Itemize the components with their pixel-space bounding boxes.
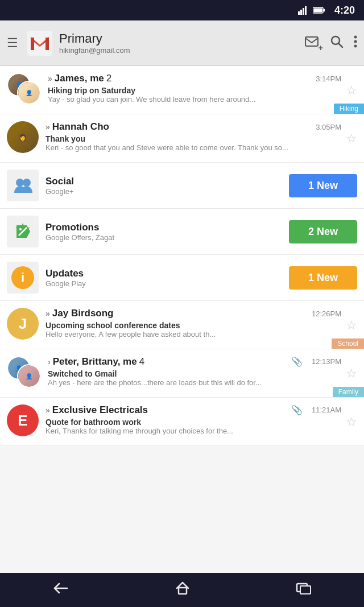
email-item-exclusive[interactable]: E » Exclusive Electricals 📎 11:21AM Quot… (0, 398, 364, 446)
page-title: Primary (59, 31, 298, 46)
compose-button[interactable]: + (305, 35, 320, 51)
email-preview-peter: Ah yes - here are the photos...there are… (48, 378, 341, 387)
promo-new-badge: 2 New (289, 220, 357, 243)
social-icon-wrap (7, 170, 39, 201)
svg-point-13 (354, 35, 357, 38)
social-new-badge: 1 New (289, 174, 357, 197)
promo-sub: Google Offers, Zagat (46, 233, 289, 242)
email-content-exclusive: » Exclusive Electricals 📎 11:21AM Quote … (46, 404, 341, 435)
label-hiking: Hiking (334, 104, 364, 114)
svg-line-12 (338, 43, 342, 47)
email-preview-hannah: Keri - so good that you and Steve were a… (46, 143, 341, 152)
header-actions: + (305, 35, 357, 52)
svg-rect-21 (179, 588, 187, 594)
social-name: Social (46, 176, 289, 187)
more-options-button[interactable] (354, 35, 357, 51)
svg-rect-9 (46, 38, 49, 50)
attachment-icon-exclusive: 📎 (291, 404, 303, 415)
social-icon (13, 177, 32, 194)
status-icons: 4:20 (298, 5, 355, 16)
svg-rect-8 (31, 38, 34, 50)
updates-sub: Google Play (46, 279, 289, 288)
svg-rect-3 (305, 6, 307, 15)
email-item-jay[interactable]: J » Jay Birdsong 12:26PM Upcoming school… (0, 301, 364, 349)
svg-rect-6 (313, 9, 322, 13)
email-time-exclusive: 11:21AM (312, 406, 341, 414)
account-email: hikingfan@gmail.com (59, 46, 298, 55)
social-category-text: Social Google+ (46, 176, 289, 196)
status-bar: 4:20 (0, 0, 364, 20)
email-preview-james: Yay - so glad you can join. We should le… (48, 95, 341, 104)
email-time-peter: 12:13PM (312, 357, 341, 366)
email-sender-james: » James, me 2 (48, 73, 111, 84)
email-subject-james: Hiking trip on Saturday (48, 86, 341, 95)
email-subject-peter: Switched to Gmail (48, 369, 341, 378)
header-title-group: Primary hikingfan@gmail.com (59, 31, 298, 55)
email-preview-exclusive: Keri, Thanks for talking me through your… (46, 427, 341, 435)
avatar-letter-jay: J (19, 315, 27, 333)
category-promotions[interactable]: Promotions Google Offers, Zagat 2 New (0, 209, 364, 255)
email-preview-jay: Hello everyone, A few people have asked … (46, 330, 341, 338)
avatar-letter-exclusive: E (18, 412, 27, 430)
gmail-logo (27, 31, 52, 56)
avatar-peter: 👤 👤 (7, 356, 41, 388)
svg-rect-10 (305, 37, 318, 46)
star-hannah[interactable]: ☆ (346, 131, 357, 146)
status-time: 4:20 (334, 5, 355, 16)
updates-new-badge: 1 New (289, 266, 357, 290)
svg-point-16 (16, 179, 24, 187)
updates-category-text: Updates Google Play (46, 268, 289, 288)
svg-point-19 (19, 228, 22, 230)
avatar-exclusive: E (7, 404, 39, 436)
email-content-peter: › Peter, Brittany, me 4 📎 12:13PM Switch… (48, 356, 341, 387)
updates-icon: i (11, 266, 34, 289)
svg-rect-0 (298, 11, 300, 15)
promo-name: Promotions (46, 222, 289, 233)
star-peter[interactable]: ☆ (346, 366, 357, 381)
category-updates[interactable]: i Updates Google Play 1 New (0, 255, 364, 301)
svg-point-14 (354, 40, 357, 43)
email-list: 👤 👤 » James, me 2 3:14PM Hiking trip on … (0, 66, 364, 446)
updates-icon-wrap: i (7, 262, 39, 294)
home-button[interactable] (175, 580, 191, 600)
battery-icon (313, 6, 325, 14)
email-time-jay: 12:26PM (312, 309, 341, 318)
avatar-james: 👤 👤 (7, 73, 41, 105)
label-family: Family (333, 387, 364, 397)
email-content-james: » James, me 2 3:14PM Hiking trip on Satu… (48, 73, 341, 104)
star-jay[interactable]: ☆ (346, 318, 357, 333)
email-sender-peter: › Peter, Brittany, me 4 (48, 356, 144, 367)
label-school: School (332, 338, 364, 349)
star-james[interactable]: ☆ (346, 83, 357, 98)
svg-point-15 (354, 44, 357, 47)
email-item-peter[interactable]: 👤 👤 › Peter, Brittany, me 4 📎 12:13PM (0, 349, 364, 398)
svg-rect-2 (303, 8, 304, 15)
recents-button[interactable] (296, 581, 312, 598)
avatar-jay: J (7, 308, 39, 340)
svg-rect-5 (323, 9, 325, 12)
app-header: ☰ Primary hikingfan@gmail.com + (0, 20, 364, 66)
email-item-hannah[interactable]: 👩 » Hannah Cho 3:05PM Thank you Keri - s… (0, 114, 364, 163)
email-item-james[interactable]: 👤 👤 » James, me 2 3:14PM Hiking trip on … (0, 66, 364, 114)
hamburger-menu-button[interactable]: ☰ (7, 36, 18, 51)
promotions-icon (13, 222, 32, 241)
email-sender-exclusive: » Exclusive Electricals (46, 404, 148, 416)
email-subject-jay: Upcoming school conference dates (46, 321, 341, 330)
email-subject-exclusive: Quote for bathroom work (46, 418, 341, 427)
search-button[interactable] (330, 35, 344, 52)
category-social[interactable]: Social Google+ 1 New (0, 163, 364, 209)
back-button[interactable] (52, 581, 69, 598)
attachment-icon-peter: 📎 (291, 356, 303, 367)
email-sender-jay: » Jay Birdsong (46, 308, 114, 319)
email-time-hannah: 3:05PM (316, 123, 341, 131)
star-exclusive[interactable]: ☆ (346, 415, 357, 430)
promo-category-text: Promotions Google Offers, Zagat (46, 222, 289, 242)
svg-rect-23 (300, 586, 311, 594)
email-subject-hannah: Thank you (46, 134, 341, 143)
social-sub: Google+ (46, 187, 289, 196)
svg-point-17 (23, 179, 31, 187)
signal-icon (298, 6, 308, 15)
bottom-navigation (0, 573, 364, 607)
avatar-hannah: 👩 (7, 121, 39, 153)
svg-rect-1 (300, 10, 302, 15)
